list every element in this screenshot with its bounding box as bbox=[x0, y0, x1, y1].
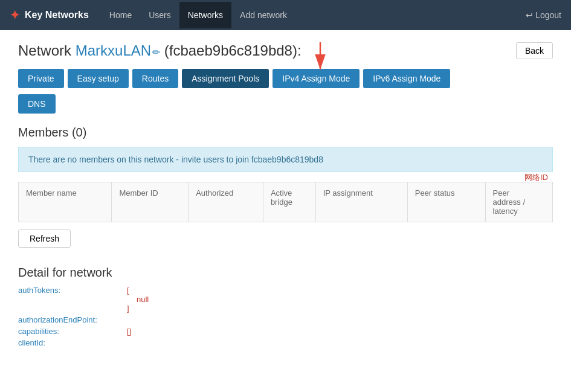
detail-section: Detail for network authTokens: [ null ] … bbox=[18, 266, 553, 347]
tab-routes[interactable]: Routes bbox=[132, 69, 178, 88]
detail-value-capabilities: [] bbox=[127, 327, 131, 336]
col-ip-assignment: IP assignment bbox=[315, 182, 407, 222]
detail-row-auth-endpoint: authorizationEndPoint: bbox=[18, 315, 553, 324]
detail-row-capabilities: capabilities: [] bbox=[18, 327, 553, 336]
detail-row-client-id: clientId: bbox=[18, 338, 553, 347]
detail-value-auth-tokens: [ null ] bbox=[127, 286, 149, 313]
navbar: ✦ Key Networks Home Users Networks Add n… bbox=[0, 0, 571, 30]
title-prefix: Network bbox=[18, 42, 71, 59]
tab-buttons-row2: DNS bbox=[18, 94, 553, 114]
col-active-bridge: Activebridge bbox=[263, 182, 315, 222]
page-title-area: Network MarkxuLAN✏ (fcbaeb9b6c819bd8): B… bbox=[18, 42, 553, 59]
tab-easy-setup[interactable]: Easy setup bbox=[68, 69, 129, 88]
logout-button[interactable]: ↩ Logout bbox=[526, 10, 561, 20]
tab-private[interactable]: Private bbox=[18, 69, 64, 88]
detail-key-auth-endpoint: authorizationEndPoint: bbox=[18, 315, 127, 324]
col-member-id: Member ID bbox=[112, 182, 189, 222]
tab-dns[interactable]: DNS bbox=[18, 94, 56, 114]
nav-networks[interactable]: Networks bbox=[179, 2, 231, 28]
tab-assignment-pools[interactable]: Assignment Pools bbox=[182, 69, 269, 88]
col-authorized: Authorized bbox=[189, 182, 263, 222]
detail-content: authTokens: [ null ] authorizationEndPoi… bbox=[18, 286, 553, 347]
brand: ✦ Key Networks bbox=[10, 8, 89, 22]
detail-key-capabilities: capabilities: bbox=[18, 327, 127, 336]
logo-icon: ✦ bbox=[10, 8, 20, 22]
back-button[interactable]: Back bbox=[516, 42, 553, 59]
refresh-button[interactable]: Refresh bbox=[18, 230, 71, 248]
col-member-name: Member name bbox=[19, 182, 112, 222]
tab-ipv4-assign-mode[interactable]: IPv4 Assign Mode bbox=[273, 69, 360, 88]
network-name: MarkxuLAN bbox=[76, 42, 151, 59]
logout-label: Logout bbox=[535, 10, 561, 20]
detail-row-auth-tokens: authTokens: [ null ] bbox=[18, 286, 553, 313]
network-id: (fcbaeb9b6c819bd8): bbox=[164, 42, 302, 59]
members-section: Members (0) There are no members on this… bbox=[18, 126, 553, 260]
edit-icon[interactable]: ✏ bbox=[152, 47, 160, 57]
tab-buttons: Private Easy setup Routes Assignment Poo… bbox=[18, 69, 553, 88]
members-info-text: There are no members on this network - i… bbox=[28, 155, 323, 164]
col-peer-status: Peer status bbox=[407, 182, 485, 222]
navbar-right: ↩ Logout bbox=[526, 10, 561, 20]
members-title: Members (0) bbox=[18, 126, 553, 140]
brand-label: Key Networks bbox=[25, 10, 89, 21]
page-title: Network MarkxuLAN✏ (fcbaeb9b6c819bd8): bbox=[18, 42, 302, 59]
tab-ipv6-assign-mode[interactable]: IPv6 Assign Mode bbox=[363, 69, 450, 88]
main-content: Network MarkxuLAN✏ (fcbaeb9b6c819bd8): B… bbox=[0, 30, 571, 362]
col-peer-address-latency: Peeraddress /latency bbox=[485, 182, 552, 222]
detail-title: Detail for network bbox=[18, 266, 553, 280]
nav-add-network[interactable]: Add network bbox=[231, 2, 295, 28]
members-info-box: There are no members on this network - i… bbox=[18, 147, 553, 172]
detail-key-client-id: clientId: bbox=[18, 338, 127, 347]
table-header-row: Member name Member ID Authorized Activeb… bbox=[19, 182, 553, 222]
nav-home[interactable]: Home bbox=[101, 2, 140, 28]
detail-key-auth-tokens: authTokens: bbox=[18, 286, 127, 313]
members-table: Member name Member ID Authorized Activeb… bbox=[18, 182, 553, 222]
nav-users[interactable]: Users bbox=[140, 2, 179, 28]
logout-icon: ↩ bbox=[526, 10, 533, 20]
network-id-annotation: 网络ID bbox=[524, 172, 548, 183]
